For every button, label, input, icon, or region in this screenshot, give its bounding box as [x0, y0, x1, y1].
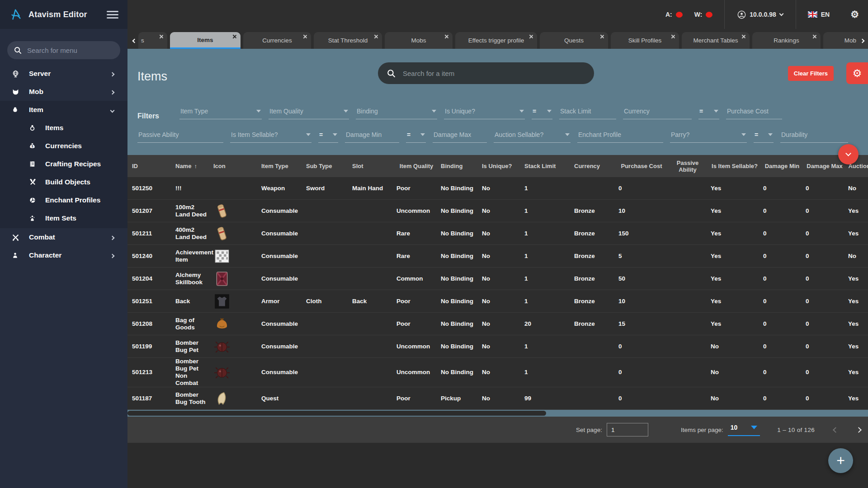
tab-currencies[interactable]: Currencies	[243, 32, 311, 49]
next-page-button[interactable]	[857, 428, 861, 432]
filter-currency[interactable]: Currency	[623, 108, 692, 119]
table-row[interactable]: 501211400m2 Land DeedConsumableRareNo Bi…	[127, 222, 868, 245]
column-header-is-item-sellable-[interactable]: Is Item Sellable?	[711, 163, 763, 169]
column-header-is-unique-[interactable]: Is Unique?	[482, 163, 524, 169]
filter-is-item-sellable-[interactable]: Is Item Sellable?	[230, 131, 311, 143]
filter-item-type[interactable]: Item Type	[179, 108, 262, 119]
table-row[interactable]: 501213Bomber Bug Pet Non CombatConsumabl…	[127, 358, 868, 387]
sidebar-item-item[interactable]: Item	[0, 101, 127, 119]
sidebar-item-items[interactable]: Items	[0, 119, 127, 137]
sidebar-item-character[interactable]: Character	[0, 246, 127, 264]
filter-damage-max[interactable]: Damage Max	[433, 131, 487, 143]
menu-toggle-icon[interactable]	[107, 11, 118, 19]
tab-close-icon[interactable]	[303, 34, 307, 38]
tab-close-icon[interactable]	[159, 34, 163, 38]
filter-auction-sellable-[interactable]: Auction Sellable?	[494, 131, 571, 143]
tab-rankings[interactable]: Rankings	[752, 32, 821, 49]
tab-close-icon[interactable]	[600, 34, 604, 38]
filter-operator[interactable]: =	[698, 108, 719, 119]
previous-page-button[interactable]	[834, 428, 838, 432]
column-header-id[interactable]: ID	[132, 163, 175, 169]
table-row[interactable]: 501199Bomber Bug PetConsumableUncommonNo…	[127, 335, 868, 358]
tabs-scroll-right-icon[interactable]	[858, 35, 866, 46]
sidebar-search-input[interactable]	[26, 46, 118, 55]
filter-operator[interactable]: =	[318, 131, 338, 143]
column-header-damage-min[interactable]: Damage Min	[763, 163, 806, 169]
svg-text:$: $	[32, 145, 33, 148]
item-search-input[interactable]	[402, 69, 585, 78]
filter-purchase-cost[interactable]: Purchase Cost	[726, 108, 782, 119]
column-header-sub-type[interactable]: Sub Type	[306, 163, 352, 169]
tab-close-icon[interactable]	[374, 34, 378, 38]
tabs-scroll-left-icon[interactable]	[130, 35, 138, 46]
sidebar-item-combat[interactable]: Combat	[0, 228, 127, 246]
sidebar-item-crafting-recipes[interactable]: Crafting Recipes	[0, 155, 127, 173]
filter-parry-[interactable]: Parry?	[670, 131, 747, 143]
tab-s[interactable]: s	[138, 32, 167, 49]
item-grid-icon	[213, 248, 261, 265]
horizontal-scrollbar	[127, 410, 868, 417]
tab-merchant-tables[interactable]: Merchant Tables	[682, 32, 750, 49]
tab-close-icon[interactable]	[444, 34, 448, 38]
tab-close-icon[interactable]	[671, 34, 675, 38]
tab-close-icon[interactable]	[741, 34, 745, 38]
column-header-purchase-cost[interactable]: Purchase Cost	[618, 163, 669, 169]
table-row[interactable]: 501240Achievement ItemConsumableRareNo B…	[127, 245, 868, 267]
column-header-passive-ability[interactable]: Passive Ability	[669, 160, 711, 173]
tab-effects-trigger-profile[interactable]: Effects trigger profile	[455, 32, 537, 49]
language-selector[interactable]: EN	[796, 11, 841, 18]
sidebar-item-item-sets[interactable]: Item Sets	[0, 209, 127, 227]
clear-filters-button[interactable]: Clear Filters	[788, 66, 834, 81]
column-header-binding[interactable]: Binding	[441, 163, 482, 169]
add-item-button[interactable]: +	[828, 448, 853, 473]
column-header-slot[interactable]: Slot	[352, 163, 396, 169]
column-header-currency[interactable]: Currency	[574, 163, 618, 169]
tab-close-icon[interactable]	[232, 34, 236, 38]
column-header-damage-max[interactable]: Damage Max	[806, 163, 848, 169]
table-row[interactable]: 501204Alchemy SkillbookConsumableCommonN…	[127, 267, 868, 290]
tab-items[interactable]: Items	[170, 32, 241, 49]
sidebar-item-enchant-profiles[interactable]: Enchant Profiles	[0, 191, 127, 209]
column-header-stack-limit[interactable]: Stack Limit	[524, 163, 574, 169]
filter-is-unique-[interactable]: Is Unique?	[444, 108, 525, 119]
column-header-name[interactable]: Name↑	[175, 163, 213, 169]
table-row[interactable]: 501251BackArmorClothBackPoorNo BindingNo…	[127, 290, 868, 313]
filter-operator[interactable]: =	[532, 108, 552, 119]
tab-stat-threshold[interactable]: Stat Threshold	[314, 32, 382, 49]
tab-close-icon[interactable]	[529, 34, 533, 38]
table-row[interactable]: 501207100m2 Land DeedConsumableUncommonN…	[127, 200, 868, 222]
set-page-input[interactable]	[607, 423, 648, 436]
sidebar-group-mob: Mob	[0, 83, 127, 101]
server-selector[interactable]: 10.0.0.98	[725, 10, 795, 19]
table-row[interactable]: 501187Bomber Bug ToothQuestPoorPickupNo9…	[127, 387, 868, 410]
horizontal-scrollbar-thumb[interactable]	[127, 411, 546, 416]
collapse-filters-button[interactable]	[838, 144, 859, 164]
tab-mobs[interactable]: Mobs	[385, 32, 453, 49]
filter-operator[interactable]: =	[406, 131, 426, 143]
cell-damage-min: 0	[763, 253, 806, 260]
filter-passive-ability[interactable]: Passive Ability	[137, 131, 223, 143]
table-row[interactable]: 501208Bag of GoodsConsumablePoorNo Bindi…	[127, 313, 868, 335]
filter-durability[interactable]: Durability	[780, 131, 848, 143]
column-header-icon[interactable]: Icon	[213, 163, 261, 169]
tab-skill-profiles[interactable]: Skill Profiles	[611, 32, 679, 49]
sidebar-item-server[interactable]: Server	[0, 65, 127, 83]
filter-binding[interactable]: Binding	[356, 108, 437, 119]
sidebar-item-build-objects[interactable]: Build Objects	[0, 173, 127, 191]
column-header-item-type[interactable]: Item Type	[261, 163, 306, 169]
filter-stack-limit[interactable]: Stack Limit	[559, 108, 616, 119]
table-settings-button[interactable]: ⚙	[846, 62, 868, 84]
sidebar-item-currencies[interactable]: $Currencies	[0, 137, 127, 155]
tab-quests[interactable]: Quests	[540, 32, 608, 49]
items-per-page-select[interactable]: 10	[728, 424, 760, 436]
column-header-item-quality[interactable]: Item Quality	[396, 163, 441, 169]
tab-bar: sItemsCurrenciesStat ThresholdMobsEffect…	[127, 29, 868, 49]
tab-close-icon[interactable]	[812, 34, 816, 38]
filter-enchant-profile[interactable]: Enchant Profile	[577, 131, 663, 143]
sidebar-item-mob[interactable]: Mob	[0, 83, 127, 101]
settings-gear-icon[interactable]: ⚙	[841, 9, 868, 20]
table-row[interactable]: 501250!!!WeaponSwordMain HandPoorNo Bind…	[127, 177, 868, 200]
filter-operator[interactable]: =	[754, 131, 774, 143]
filter-damage-min[interactable]: Damage Min	[345, 131, 399, 143]
filter-item-quality[interactable]: Item Quality	[269, 108, 349, 119]
